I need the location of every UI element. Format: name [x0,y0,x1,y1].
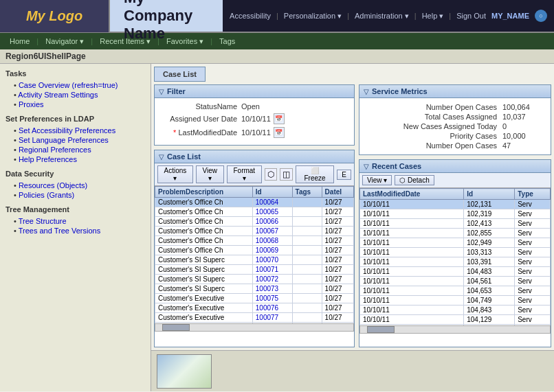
logo-text: My Logo [26,8,82,24]
cell-id: 100076 [252,303,292,313]
nav-recent-items[interactable]: Recent Items ▾ [96,36,155,47]
filter-panel-body: StatusName Open Assigned User Date 10/10… [155,98,354,145]
case-list-grid-scroll[interactable]: ProblemDescription Id Tags DateI Custome… [155,186,354,323]
sidebar-item-help-prefs[interactable]: Help Preferences [5,154,145,164]
cell-recent-type: Serv [515,257,551,267]
cell-tags [292,275,322,284]
company-name: My Company Name [110,0,223,32]
metrics-row: Number Open Cases 47 [364,141,546,150]
nav-navigator[interactable]: Navigator ▾ [41,36,88,47]
id-link[interactable]: 100070 [256,256,278,264]
recent-cases-collapse-icon: ▽ [364,163,369,170]
filter-label-lastmodified: LastModifiedDate [159,128,241,137]
cell-tags [292,294,322,303]
tasks-section: Tasks Case Overview (refresh=true) Activ… [5,69,145,109]
sidebar-item-accessibility-prefs[interactable]: Set Accessibility Preferences [5,126,145,135]
id-link[interactable]: 100068 [256,237,278,244]
sidebar-item-trees-versions[interactable]: Trees and Tree Versions [5,226,145,235]
col-tags[interactable]: Tags [292,187,322,198]
cell-date: 10/27 [322,313,353,323]
user-avatar: ○ [535,10,547,22]
id-link[interactable]: 100069 [256,246,278,254]
export-button[interactable]: E [337,170,351,180]
sidebar-item-tree-structure[interactable]: Tree Structure [5,216,145,226]
filter-row-lastmodified: LastModifiedDate 10/10/11 📅 [159,127,350,138]
cell-date: 10/27 [322,198,353,207]
service-metrics-header[interactable]: ▽ Service Metrics [359,85,551,98]
cell-id: 100073 [252,284,292,294]
sidebar-item-policies[interactable]: Policies (Grants) [5,190,145,200]
case-list-panel-title: Case List [167,152,201,161]
col-id[interactable]: Id [252,187,292,198]
id-link[interactable]: 100071 [256,266,278,273]
col-recent-id[interactable]: Id [464,189,515,200]
nav-tags[interactable]: Tags [215,36,239,47]
filter-row-assigned-date: Assigned User Date 10/10/11 📅 [159,113,350,124]
administration-link[interactable]: Administration ▾ [355,12,409,21]
cell-recent-id: 102,413 [464,219,515,229]
id-link[interactable]: 100075 [256,295,278,302]
filter-panel-header[interactable]: ▽ Filter [155,85,354,98]
recent-cases-header[interactable]: ▽ Recent Cases [359,160,551,173]
col-problem-desc[interactable]: ProblemDescription [155,187,253,198]
main-area: Tasks Case Overview (refresh=true) Activ… [0,64,554,391]
personalization-link[interactable]: Personalization ▾ [284,12,342,21]
toolbar-icon-2[interactable]: ◫ [280,168,293,181]
cell-desc: Customer's Office Ch [155,227,253,236]
id-link[interactable]: 100073 [256,285,278,292]
table-row: Customer's SI Superc 100073 10/27 [155,284,354,294]
sidebar-item-regional-prefs[interactable]: Regional Preferences [5,145,145,154]
filter-label-statusname: StatusName [159,102,241,111]
recent-cases-grid-scroll[interactable]: LastModifiedDate Id Type 10/10/11 102,13… [359,188,551,325]
metrics-label: Total Cases Assigned [366,113,502,121]
cell-date: 10/27 [322,275,353,284]
id-link[interactable]: 100077 [256,314,278,321]
cell-recent-id: 104,843 [464,305,515,315]
metrics-label: Priority Cases [366,132,502,140]
sidebar-item-resources[interactable]: Resources (Objects) [5,181,145,190]
table-row: Customer's Office Ch 100068 10/27 [155,236,354,246]
detach-button[interactable]: ⬡ Detach [395,175,434,185]
cell-desc: Customer's Office Ch [155,217,253,227]
tree-title: Tree Management [5,205,145,214]
cell-tags [292,255,322,265]
calendar-icon-lastmodified[interactable]: 📅 [274,127,285,138]
format-button[interactable]: Format ▾ [227,165,262,183]
cell-id: 100072 [252,275,292,284]
view-button[interactable]: View ▾ [196,165,224,183]
col-date[interactable]: DateI [322,187,353,198]
cell-recent-type: Serv [515,219,551,229]
recent-view-button[interactable]: View ▾ [362,175,392,185]
recent-cases-grid: LastModifiedDate Id Type 10/10/11 102,13… [359,188,551,325]
id-link[interactable]: 100067 [256,227,278,235]
case-list-tab[interactable]: Case List [154,67,206,82]
id-link[interactable]: 100065 [256,208,278,216]
table-row: Customer's SI Superc 100070 10/27 [155,255,354,265]
recent-cases-scrollbar[interactable] [359,325,551,334]
sidebar-item-language-prefs[interactable]: Set Language Preferences [5,135,145,145]
signout-link[interactable]: Sign Out [456,12,486,20]
cell-desc: Customer's Executive [155,294,253,303]
id-link[interactable]: 100064 [256,198,278,206]
case-list-scrollbar[interactable] [155,323,354,332]
nav-favorites[interactable]: Favorites ▾ [162,36,208,47]
id-link[interactable]: 100066 [256,218,278,225]
col-recent-type[interactable]: Type [515,189,551,200]
id-link[interactable]: 100072 [256,275,278,283]
accessibility-link[interactable]: Accessibility [230,12,271,20]
case-list-panel-header[interactable]: ▽ Case List [155,150,354,163]
id-link[interactable]: 100076 [256,304,278,312]
col-recent-date[interactable]: LastModifiedDate [360,189,464,200]
calendar-icon-assigned[interactable]: 📅 [274,113,285,124]
help-link[interactable]: Help ▾ [422,12,444,21]
cell-recent-date: 10/10/11 [360,257,464,267]
sidebar-item-proxies[interactable]: Proxies [5,100,145,109]
freeze-button[interactable]: ⬜ Freeze [296,165,335,183]
cell-tags [292,227,322,236]
cell-desc: Customer's Office Ch [155,207,253,217]
sidebar-item-activity-stream[interactable]: Activity Stream Settings [5,90,145,100]
nav-home[interactable]: Home [5,36,34,47]
actions-button[interactable]: Actions ▾ [157,165,193,183]
toolbar-icon-1[interactable]: ⬡ [265,168,277,181]
sidebar-item-case-overview[interactable]: Case Overview (refresh=true) [5,80,145,90]
